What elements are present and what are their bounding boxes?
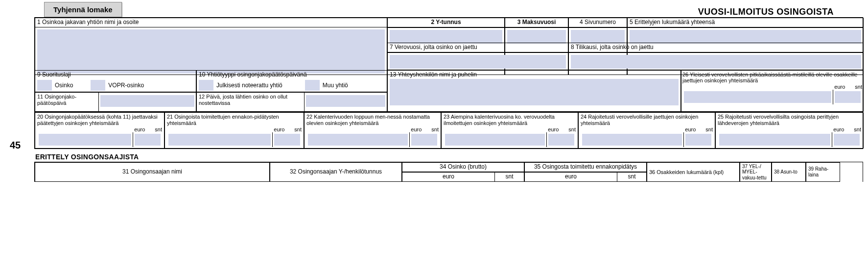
- field-24-label: 24 Rajoitetusti verovelvollisille jaettu…: [581, 114, 713, 126]
- field-23-euro-input[interactable]: [445, 134, 545, 146]
- euro-label: euro: [685, 126, 696, 132]
- snt-label: snt: [854, 126, 861, 132]
- euro-label: euro: [834, 84, 845, 90]
- field-5-input[interactable]: [630, 30, 861, 44]
- euro-label: euro: [525, 173, 617, 181]
- field-22-snt-input[interactable]: [411, 134, 437, 146]
- form-title: VUOSI-ILMOITUS OSINGOISTA: [698, 2, 834, 17]
- field-20-euro-input[interactable]: [39, 134, 131, 146]
- field-8-input[interactable]: [571, 55, 861, 69]
- field-32-label: 32 Osingonsaajan Y-/henkilötunnus: [272, 169, 399, 175]
- field-26-euro-input[interactable]: [684, 91, 831, 103]
- section-heading-erittely: ERITTELY OSINGONSAAJISTA: [35, 153, 863, 161]
- field-21-label: 21 Osingoista toimitettujen ennakon-pidä…: [167, 114, 302, 126]
- field-10-label: 10 Yhtiötyyppi osingonjakopäätöspäivänä: [199, 72, 385, 78]
- euro-label: euro: [274, 126, 284, 132]
- snt-label: snt: [617, 173, 646, 181]
- snt-label: snt: [494, 173, 524, 181]
- field-22-euro-input[interactable]: [308, 134, 408, 146]
- euro-label: euro: [402, 173, 494, 181]
- field-25-snt-input[interactable]: [834, 134, 860, 146]
- clear-form-button[interactable]: Tyhjennä lomake: [44, 2, 122, 17]
- field-23-label: 23 Aiempina kalenterivuosina ko. verovuo…: [444, 114, 576, 126]
- field-9-vopr-label: VOPR-osinko: [108, 82, 144, 89]
- euro-label: euro: [548, 126, 559, 132]
- field-10-muu-label: Muu yhtiö: [323, 82, 348, 89]
- field-24-euro-input[interactable]: [582, 134, 682, 146]
- snt-label: snt: [705, 126, 713, 132]
- snt-label: snt: [294, 126, 302, 132]
- field-31-label: 31 Osingonsaajan nimi: [37, 169, 267, 175]
- field-25-euro-input[interactable]: [719, 134, 830, 146]
- field-12-label: 12 Päivä, josta lähtien osinko on ollut …: [199, 94, 302, 106]
- field-10-muu-checkbox[interactable]: [305, 80, 320, 91]
- euro-label: euro: [833, 126, 844, 132]
- field-20-label: 20 Osingonjakopäätöksessä (kohta 11) jae…: [37, 114, 162, 126]
- field-9-label: 9 Suorituslaji: [37, 72, 194, 78]
- euro-label: euro: [411, 126, 422, 132]
- field-4-label: 4 Sivunumero: [571, 19, 625, 26]
- field-9-vopr-checkbox[interactable]: [91, 80, 105, 91]
- field-2-input[interactable]: [390, 30, 502, 44]
- field-3-input[interactable]: [507, 30, 566, 44]
- field-1-label: 1 Osinkoa jakavan yhtiön nimi ja osoite: [37, 19, 385, 26]
- field-5-label: 5 Erittelyjen lukumäärä yhteensä: [630, 19, 861, 26]
- field-23-snt-input[interactable]: [548, 134, 574, 146]
- field-25-label: 25 Rajoitetusti verovelvollisilta osingo…: [718, 114, 861, 126]
- field-22-label: 22 Kalenterivuoden loppuun men-nessä nos…: [306, 114, 439, 126]
- field-2-label: 2 Y-tunnus: [390, 19, 502, 26]
- field-35-label: 35 Osingosta toimitettu ennakonpidätys: [527, 164, 644, 171]
- euro-label: euro: [134, 126, 145, 132]
- field-3-label: 3 Maksuvuosi: [507, 19, 566, 26]
- field-38-label: 38 Asun-to: [774, 169, 803, 175]
- field-10-julk-label: Julkisesti noteerattu yhtiö: [216, 82, 282, 89]
- field-9-osinko-label: Osinko: [55, 82, 73, 89]
- field-26-snt-input[interactable]: [835, 91, 861, 103]
- field-37-label: 37 YEL-/ MYEL-vakuu-tettu: [742, 164, 769, 181]
- snt-label: snt: [568, 126, 576, 132]
- field-36-label: 36 Osakkeiden lukumäärä (kpl): [649, 169, 737, 175]
- field-24-snt-input[interactable]: [685, 134, 711, 146]
- field-1-input[interactable]: [37, 29, 385, 74]
- field-26-label: 26 Yleisesti verovelvollisten pitkäaikai…: [682, 72, 862, 84]
- field-21-euro-input[interactable]: [168, 134, 271, 146]
- field-11-label: 11 Osingonjako-päätöspäivä: [37, 94, 96, 106]
- field-4-input[interactable]: [571, 30, 625, 44]
- snt-label: snt: [431, 126, 439, 132]
- field-20-snt-input[interactable]: [135, 134, 161, 146]
- field-8-label: 8 Tilikausi, jolta osinko on jaettu: [571, 44, 861, 51]
- field-34-label: 34 Osinko (brutto): [404, 164, 522, 171]
- field-9-osinko-checkbox[interactable]: [37, 80, 52, 91]
- field-12-input[interactable]: [306, 95, 385, 107]
- field-13-input[interactable]: [390, 79, 679, 105]
- margin-number: 45: [10, 140, 21, 151]
- field-39-label: 39 Raha-laina: [808, 166, 838, 177]
- field-21-snt-input[interactable]: [274, 134, 300, 146]
- snt-label: snt: [155, 126, 162, 132]
- field-7-input[interactable]: [390, 55, 566, 69]
- snt-label: snt: [855, 84, 862, 90]
- field-11-input[interactable]: [100, 95, 194, 107]
- field-7-label: 7 Verovuosi, jolta osinko on jaettu: [390, 44, 566, 51]
- field-10-julk-checkbox[interactable]: [199, 80, 213, 91]
- field-13-label: 13 Yhteyshenkilön nimi ja puhelin: [390, 72, 679, 78]
